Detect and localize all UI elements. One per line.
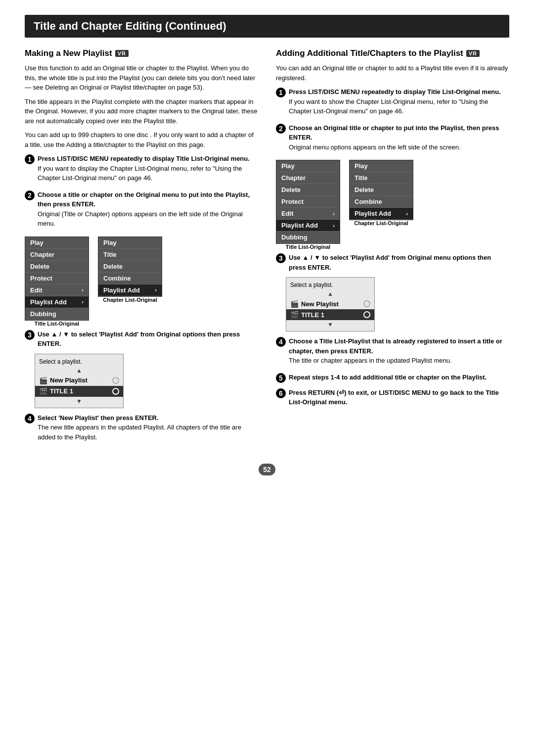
right-ps-arrow-up: ▲	[286, 290, 374, 297]
left-menu-chapter: Chapter	[25, 249, 89, 261]
right-step-3-bold: Use ▲ / ▼ to select 'Playlist Add' from …	[289, 254, 491, 271]
right-section-heading: Adding Additional Title/Chapters to the …	[276, 48, 509, 58]
left-step-2: 2 Choose a title or chapter on the Origi…	[25, 190, 258, 231]
left-menu-protect: Protect	[25, 273, 89, 284]
left-step-3-bold: Use ▲ / ▼ to select 'Playlist Add' from …	[38, 331, 240, 348]
left-menu-edit: Edit ›	[25, 284, 89, 296]
left-step-1-num: 1	[25, 154, 35, 164]
right-step-6-content: Press RETURN (⏎) to exit, or LIST/DISC M…	[289, 388, 509, 407]
left-step-2-text: Original (Title or Chapter) options appe…	[38, 209, 258, 229]
left-step-4-num: 4	[25, 414, 35, 424]
right-menu-dubbing: Dubbing	[276, 232, 340, 243]
right-playlist-selector: Select a playlist. ▲ 🎬 New Playlist 🎬 TI…	[286, 277, 375, 331]
right-step-1-text: If you want to show the Chapter List-Ori…	[289, 97, 509, 116]
right-ps-label: Select a playlist.	[286, 281, 374, 290]
right-menu2-combine: Combine	[350, 196, 413, 208]
left-playlist-arrow: ›	[82, 299, 84, 305]
right-menu-box-1-items: Play Chapter Delete Protect Edit › Playl…	[276, 160, 340, 244]
left-menu-row: Play Chapter Delete Protect Edit › Playl…	[25, 236, 258, 327]
left-ps-label: Select a playlist.	[35, 357, 123, 367]
left-step-1: 1 Press LIST/DISC MENU repeatedly to dis…	[25, 154, 258, 185]
right-step-2-bold: Choose an Original title or chapter to p…	[289, 124, 499, 142]
right-step-5: 5 Repeat steps 1-4 to add additional tit…	[276, 373, 509, 383]
left-menu-box-2-items: Play Title Delete Combine Playlist Add ›	[98, 236, 162, 297]
right-step-2-content: Choose an Original title or chapter to p…	[289, 123, 509, 154]
right-menu-caption-2: Chapter List-Original	[349, 220, 413, 226]
right-step-6: 6 Press RETURN (⏎) to exit, or LIST/DISC…	[276, 388, 509, 407]
left-step-4-text: The new title appears in the updated Pla…	[38, 423, 258, 442]
right-ps-arrow-down: ▼	[286, 321, 374, 328]
left-ps-circle-title1	[112, 388, 119, 395]
right-menu-edit: Edit ›	[276, 208, 340, 220]
left-intro-p1: Use this function to add an Original tit…	[25, 63, 258, 93]
right-step-3: 3 Use ▲ / ▼ to select 'Playlist Add' fro…	[276, 253, 509, 272]
left-column: Making a New Playlist VR Use this functi…	[25, 48, 258, 449]
right-menu2-title: Title	[350, 172, 413, 184]
right-step-5-content: Repeat steps 1-4 to add additional title…	[289, 373, 509, 382]
right-playlist-arrow: ›	[333, 223, 335, 229]
left-menu-delete: Delete	[25, 261, 89, 273]
right-ps-icon-new: 🎬	[290, 300, 299, 308]
right-column: Adding Additional Title/Chapters to the …	[276, 48, 509, 412]
left-vr-badge: VR	[115, 50, 129, 57]
left-ps-circle-new	[112, 377, 119, 384]
left-menu2-playlist-arrow: ›	[155, 287, 157, 293]
page-number: 52	[259, 464, 275, 475]
left-step-1-text: If you want to display the Chapter List-…	[38, 164, 258, 183]
right-step-2-num: 2	[276, 124, 286, 134]
right-step-2: 2 Choose an Original title or chapter to…	[276, 123, 509, 154]
left-ps-icon-title1: 🎬	[39, 387, 47, 395]
right-intro: You can add an Original title or chapter…	[276, 63, 509, 83]
left-menu2-delete: Delete	[98, 261, 162, 273]
page-number-area: 52	[25, 464, 509, 475]
left-menu-box-1: Play Chapter Delete Protect Edit › Playl…	[25, 236, 89, 327]
right-step-4-num: 4	[276, 337, 286, 347]
right-step-2-text: Original menu options appears on the lef…	[289, 142, 509, 152]
left-step-4-bold: Select 'New Playlist' then press ENTER.	[38, 414, 159, 422]
right-menu2-playlist-add: Playlist Add ›	[350, 208, 413, 220]
right-menu-chapter: Chapter	[276, 172, 340, 184]
right-step-1-content: Press LIST/DISC MENU repeatedly to displ…	[289, 87, 509, 118]
right-menu-box-2-items: Play Title Delete Combine Playlist Add ›	[349, 160, 413, 220]
right-ps-label-title1: TITLE 1	[301, 311, 324, 319]
page-title: Title and Chapter Editing (Continued)	[25, 15, 509, 38]
right-menu-playlist-add: Playlist Add ›	[276, 220, 340, 232]
left-step-2-num: 2	[25, 190, 35, 200]
left-menu-caption-1: Title List-Original	[25, 321, 89, 327]
right-step-4: 4 Choose a Title List-Playlist that is a…	[276, 336, 509, 368]
left-menu2-title: Title	[98, 249, 162, 261]
left-step-1-content: Press LIST/DISC MENU repeatedly to displ…	[38, 154, 258, 185]
left-menu-play: Play	[25, 237, 89, 249]
right-menu-row: Play Chapter Delete Protect Edit › Playl…	[276, 160, 509, 250]
right-step-4-text: The title or chapter appears in the upda…	[289, 356, 509, 366]
left-step-2-content: Choose a title or chapter on the Origina…	[38, 190, 258, 231]
right-step-3-content: Use ▲ / ▼ to select 'Playlist Add' from …	[289, 253, 509, 272]
right-step-5-num: 5	[276, 373, 286, 383]
right-menu2-play: Play	[350, 160, 413, 172]
right-heading-text: Adding Additional Title/Chapters to the …	[276, 48, 463, 58]
left-menu-dubbing: Dubbing	[25, 308, 89, 320]
right-menu2-playlist-arrow: ›	[406, 211, 408, 217]
right-ps-label-new: New Playlist	[301, 300, 339, 308]
right-vr-badge: VR	[466, 50, 480, 57]
left-menu2-playlist-add: Playlist Add ›	[98, 284, 162, 296]
right-step-5-bold: Repeat steps 1-4 to add additional title…	[289, 374, 487, 381]
left-step-4: 4 Select 'New Playlist' then press ENTER…	[25, 413, 258, 444]
right-menu-box-2: Play Title Delete Combine Playlist Add ›…	[349, 160, 413, 226]
left-ps-icon-new: 🎬	[39, 377, 47, 384]
right-menu-delete: Delete	[276, 184, 340, 196]
right-step-1-num: 1	[276, 88, 286, 97]
right-step-6-bold: Press RETURN (⏎) to exit, or LIST/DISC M…	[289, 389, 499, 406]
left-step-3-content: Use ▲ / ▼ to select 'Playlist Add' from …	[38, 330, 258, 349]
right-step-6-num: 6	[276, 388, 286, 398]
left-ps-label-new: New Playlist	[50, 377, 88, 384]
right-step-1: 1 Press LIST/DISC MENU repeatedly to dis…	[276, 87, 509, 118]
right-step-4-bold: Choose a Title List-Playlist that is alr…	[289, 337, 502, 355]
right-menu-play: Play	[276, 160, 340, 172]
right-ps-icon-title1: 🎬	[290, 311, 299, 319]
left-menu2-combine: Combine	[98, 273, 162, 284]
right-menu2-delete: Delete	[350, 184, 413, 196]
right-step-4-content: Choose a Title List-Playlist that is alr…	[289, 336, 509, 368]
right-menu-protect: Protect	[276, 196, 340, 208]
left-step-3-num: 3	[25, 330, 35, 340]
